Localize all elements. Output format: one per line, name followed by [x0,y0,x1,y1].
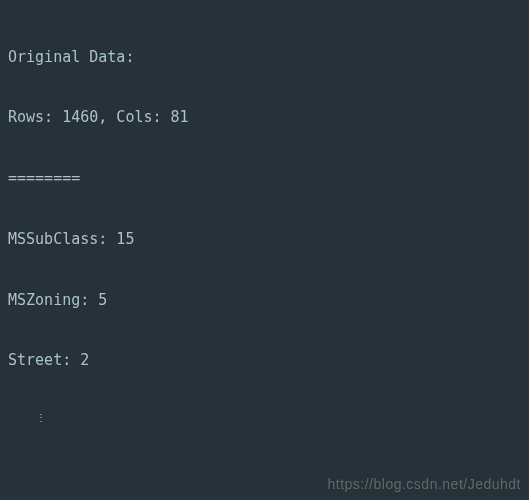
orig-feat3: Street: 2 [8,350,521,370]
orig-feat2: MSZoning: 5 [8,290,521,310]
blank1 [8,465,521,485]
orig-sep: ======== [8,168,521,188]
orig-shape: Rows: 1460, Cols: 81 [8,107,521,127]
terminal-output: Original Data: Rows: 1460, Cols: 81 ====… [0,0,529,500]
orig-title: Original Data: [8,47,521,67]
orig-feat1: MSSubClass: 15 [8,229,521,249]
orig-vdots: ⋮ [8,411,521,425]
